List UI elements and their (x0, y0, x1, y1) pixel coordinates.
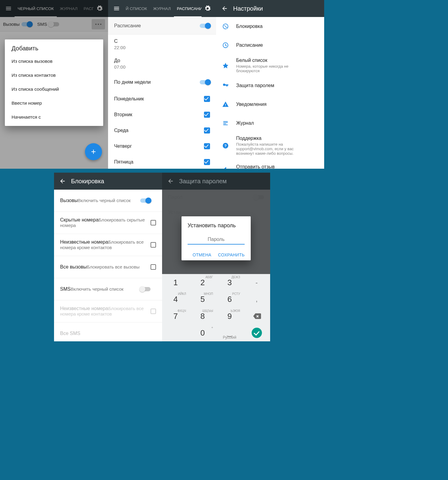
toolbar: Защита паролем (162, 173, 270, 190)
checkbox-icon[interactable] (204, 96, 210, 102)
page-title: Настройки (233, 5, 322, 12)
svg-text:?: ? (224, 144, 227, 148)
numeric-keyboard: 12АБВГ3ДЕЖЗ-4ИЙКЛ5МНОП6РСТУ,7ФХЦЧ8ШЩЪЫ9Ь… (162, 274, 270, 341)
key-4[interactable]: 4ИЙКЛ (162, 291, 189, 308)
password-dialog: Установить пароль ОТМЕНА СОХРАНИТЬ (182, 216, 251, 260)
settings-support[interactable]: ?ПоддержкаПожалуйста напишите на support… (216, 133, 324, 159)
screen-blacklist-add: ЧЕРНЫЙ СПИСОК ЖУРНАЛ РАСПИ Вызовы SMS + … (0, 0, 108, 169)
day-thursday[interactable]: Четверг (108, 138, 216, 154)
schedule-switch[interactable] (200, 24, 210, 28)
key-9[interactable]: 9ЬЭЮЯ (216, 308, 243, 325)
schedule-master-row[interactable]: Расписание (108, 17, 216, 35)
settings-password[interactable]: Защита паролем (216, 76, 324, 95)
key-punct[interactable]: , (243, 291, 270, 308)
key-6[interactable]: 6РСТУ (216, 291, 243, 308)
tab-blacklist[interactable]: Й СПИСОК (123, 0, 150, 17)
list-icon (222, 120, 229, 127)
key-backspace[interactable] (243, 308, 270, 325)
screen-schedule: Й СПИСОК ЖУРНАЛ РАСПИСАНИЕ Расписание С … (108, 0, 216, 169)
key-0[interactable]: 0+ (189, 325, 216, 341)
checkbox-icon[interactable] (151, 242, 156, 248)
checkbox-icon[interactable] (204, 143, 210, 149)
fab-add[interactable]: + (85, 143, 102, 160)
switch[interactable] (140, 287, 151, 291)
star-icon (222, 62, 229, 69)
key-done[interactable] (243, 325, 270, 341)
checkbox-icon[interactable] (151, 264, 156, 270)
back-icon[interactable] (165, 175, 177, 187)
add-from-messages[interactable]: Из списка сообщений (6, 82, 102, 96)
block-icon (222, 23, 229, 30)
checkbox-icon[interactable] (151, 220, 156, 225)
screen-blocking: Блокировка ВызовыВключить черный списокС… (54, 173, 162, 341)
from-row[interactable]: С 22:00 (108, 35, 216, 54)
schedule-label: Расписание (114, 23, 141, 29)
day-monday[interactable]: Понедельник (108, 91, 216, 107)
blocking-row[interactable]: Неизвестные номераБлокировать все номера… (54, 234, 162, 256)
blocking-row[interactable]: Скрытые номераБлокировать скрытые номера (54, 212, 162, 234)
toolbar: Й СПИСОК ЖУРНАЛ РАСПИСАНИЕ (108, 0, 216, 17)
key-2[interactable]: 2АБВГ (189, 274, 216, 291)
key-5[interactable]: 5МНОП (189, 291, 216, 308)
settings-journal[interactable]: Журнал (216, 114, 324, 133)
password-input[interactable] (188, 235, 245, 245)
key-icon (222, 82, 229, 89)
key-blank[interactable] (162, 325, 189, 341)
add-from-calls[interactable]: Из списка вызовов (6, 54, 102, 68)
key-8[interactable]: 8ШЩЪЫ (189, 308, 216, 325)
menu-icon[interactable] (110, 2, 123, 15)
page-title: Блокировка (71, 178, 160, 185)
screen-password: Защита паролем Парол Устан Установить па… (162, 173, 270, 341)
checkbox-icon[interactable] (204, 112, 210, 118)
toolbar: Настройки (216, 0, 324, 17)
save-button[interactable]: СОХРАНИТЬ (218, 252, 245, 257)
cancel-button[interactable]: ОТМЕНА (193, 252, 212, 257)
toolbar: Блокировка (54, 173, 162, 190)
day-tuesday[interactable]: Вторник (108, 107, 216, 123)
clock-icon (222, 42, 229, 49)
add-starts-with[interactable]: Начинается с (6, 110, 102, 124)
tab-journal[interactable]: ЖУРНАЛ (150, 0, 174, 17)
key-language[interactable]: ‿Русский (216, 325, 243, 341)
switch[interactable] (140, 198, 151, 203)
thumb-icon (222, 166, 229, 169)
back-icon[interactable] (219, 2, 231, 15)
dialog-title: Установить пароль (188, 222, 245, 229)
checkbox-icon[interactable] (204, 159, 210, 165)
blocking-row[interactable]: ВызовыВключить черный список (54, 190, 162, 211)
key-1[interactable]: 1 (162, 274, 189, 291)
page-title: Защита паролем (179, 178, 268, 185)
add-enter-number[interactable]: Ввести номер (6, 96, 102, 110)
dialog-title: Добавить (6, 45, 102, 54)
settings-feedback[interactable]: Отправить отзывВам нравится это приложен… (216, 159, 324, 169)
add-dialog: Добавить Из списка вызовов Из списка кон… (5, 39, 103, 126)
settings-whitelist[interactable]: Белый списокНомера, которые никогда не б… (216, 55, 324, 76)
screen-settings: Настройки Блокировка Расписание Белый сп… (216, 0, 324, 169)
byday-row[interactable]: По дням недели (108, 73, 216, 91)
byday-switch[interactable] (200, 80, 210, 84)
day-wednesday[interactable]: Среда (108, 123, 216, 138)
back-icon[interactable] (56, 175, 69, 187)
add-from-contacts[interactable]: Из списка контактов (6, 68, 102, 82)
settings-notifications[interactable]: Уведомления (216, 95, 324, 114)
checkbox-icon[interactable] (151, 309, 156, 314)
help-icon: ? (222, 142, 229, 149)
blocking-row[interactable]: Неизвестные номераБлокировать все номера… (54, 300, 162, 322)
blocking-row[interactable]: Все SMS (54, 323, 162, 341)
blocking-row[interactable]: SMSВключить черный список (54, 278, 162, 300)
day-friday[interactable]: Пятница (108, 154, 216, 169)
blocking-row[interactable]: Все вызовыБлокировать все вызовы (54, 256, 162, 278)
tab-schedule[interactable]: РАСПИСАНИЕ (174, 0, 202, 17)
key-punct[interactable]: - (243, 274, 270, 291)
key-3[interactable]: 3ДЕЖЗ (216, 274, 243, 291)
settings-blocking[interactable]: Блокировка (216, 17, 324, 36)
checkbox-icon[interactable] (204, 127, 210, 134)
gear-icon[interactable] (202, 2, 214, 15)
warning-icon (222, 101, 229, 108)
settings-schedule[interactable]: Расписание (216, 36, 324, 55)
key-7[interactable]: 7ФХЦЧ (162, 308, 189, 325)
to-row[interactable]: До 07:00 (108, 54, 216, 73)
